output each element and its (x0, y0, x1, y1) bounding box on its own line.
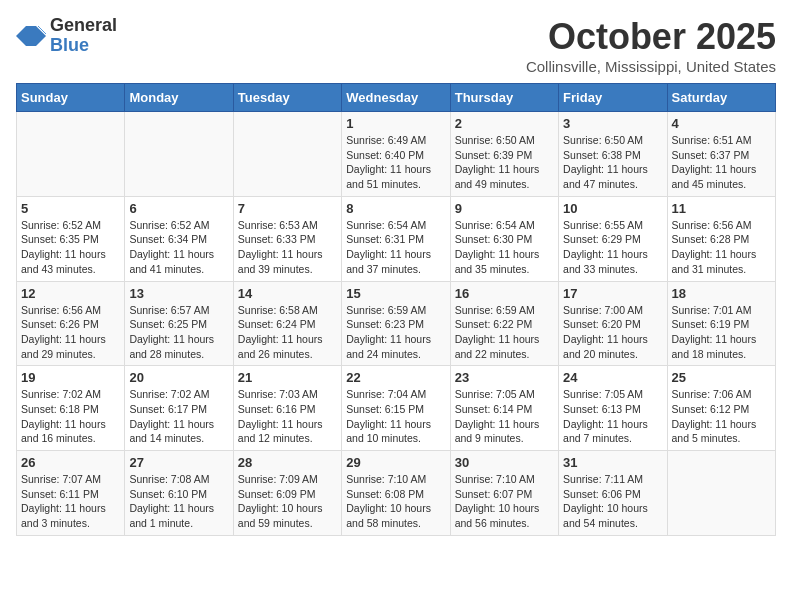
day-number: 23 (455, 370, 554, 385)
calendar-cell: 28Sunrise: 7:09 AM Sunset: 6:09 PM Dayli… (233, 451, 341, 536)
day-number: 14 (238, 286, 337, 301)
day-number: 15 (346, 286, 445, 301)
day-number: 22 (346, 370, 445, 385)
calendar-cell: 20Sunrise: 7:02 AM Sunset: 6:17 PM Dayli… (125, 366, 233, 451)
day-number: 24 (563, 370, 662, 385)
day-number: 30 (455, 455, 554, 470)
day-details: Sunrise: 6:50 AM Sunset: 6:39 PM Dayligh… (455, 133, 554, 192)
calendar-cell: 21Sunrise: 7:03 AM Sunset: 6:16 PM Dayli… (233, 366, 341, 451)
calendar-cell: 10Sunrise: 6:55 AM Sunset: 6:29 PM Dayli… (559, 196, 667, 281)
logo-general-label: General (50, 16, 117, 36)
page-header: General Blue October 2025 Collinsville, … (16, 16, 776, 75)
day-number: 26 (21, 455, 120, 470)
day-details: Sunrise: 7:05 AM Sunset: 6:13 PM Dayligh… (563, 387, 662, 446)
day-details: Sunrise: 6:50 AM Sunset: 6:38 PM Dayligh… (563, 133, 662, 192)
calendar-week-2: 5Sunrise: 6:52 AM Sunset: 6:35 PM Daylig… (17, 196, 776, 281)
calendar-cell: 29Sunrise: 7:10 AM Sunset: 6:08 PM Dayli… (342, 451, 450, 536)
day-details: Sunrise: 6:56 AM Sunset: 6:28 PM Dayligh… (672, 218, 771, 277)
logo-icon (16, 21, 46, 51)
calendar-cell: 8Sunrise: 6:54 AM Sunset: 6:31 PM Daylig… (342, 196, 450, 281)
day-details: Sunrise: 6:59 AM Sunset: 6:22 PM Dayligh… (455, 303, 554, 362)
day-details: Sunrise: 6:54 AM Sunset: 6:31 PM Dayligh… (346, 218, 445, 277)
day-number: 8 (346, 201, 445, 216)
calendar-cell: 16Sunrise: 6:59 AM Sunset: 6:22 PM Dayli… (450, 281, 558, 366)
calendar-week-1: 1Sunrise: 6:49 AM Sunset: 6:40 PM Daylig… (17, 112, 776, 197)
day-details: Sunrise: 7:01 AM Sunset: 6:19 PM Dayligh… (672, 303, 771, 362)
day-details: Sunrise: 7:04 AM Sunset: 6:15 PM Dayligh… (346, 387, 445, 446)
day-details: Sunrise: 6:51 AM Sunset: 6:37 PM Dayligh… (672, 133, 771, 192)
day-number: 3 (563, 116, 662, 131)
day-number: 4 (672, 116, 771, 131)
day-details: Sunrise: 6:53 AM Sunset: 6:33 PM Dayligh… (238, 218, 337, 277)
calendar-cell: 31Sunrise: 7:11 AM Sunset: 6:06 PM Dayli… (559, 451, 667, 536)
calendar-cell: 12Sunrise: 6:56 AM Sunset: 6:26 PM Dayli… (17, 281, 125, 366)
calendar-cell (125, 112, 233, 197)
day-number: 9 (455, 201, 554, 216)
calendar-cell: 25Sunrise: 7:06 AM Sunset: 6:12 PM Dayli… (667, 366, 775, 451)
day-number: 12 (21, 286, 120, 301)
day-details: Sunrise: 7:09 AM Sunset: 6:09 PM Dayligh… (238, 472, 337, 531)
calendar-cell: 6Sunrise: 6:52 AM Sunset: 6:34 PM Daylig… (125, 196, 233, 281)
logo: General Blue (16, 16, 117, 56)
day-number: 28 (238, 455, 337, 470)
day-number: 5 (21, 201, 120, 216)
day-details: Sunrise: 7:05 AM Sunset: 6:14 PM Dayligh… (455, 387, 554, 446)
month-title: October 2025 (526, 16, 776, 58)
calendar-cell: 9Sunrise: 6:54 AM Sunset: 6:30 PM Daylig… (450, 196, 558, 281)
day-details: Sunrise: 6:59 AM Sunset: 6:23 PM Dayligh… (346, 303, 445, 362)
calendar-cell: 27Sunrise: 7:08 AM Sunset: 6:10 PM Dayli… (125, 451, 233, 536)
col-thursday: Thursday (450, 84, 558, 112)
day-number: 7 (238, 201, 337, 216)
day-details: Sunrise: 6:49 AM Sunset: 6:40 PM Dayligh… (346, 133, 445, 192)
calendar-header: Sunday Monday Tuesday Wednesday Thursday… (17, 84, 776, 112)
calendar-cell: 7Sunrise: 6:53 AM Sunset: 6:33 PM Daylig… (233, 196, 341, 281)
title-block: October 2025 Collinsville, Mississippi, … (526, 16, 776, 75)
calendar-cell: 3Sunrise: 6:50 AM Sunset: 6:38 PM Daylig… (559, 112, 667, 197)
day-details: Sunrise: 7:11 AM Sunset: 6:06 PM Dayligh… (563, 472, 662, 531)
day-details: Sunrise: 7:10 AM Sunset: 6:08 PM Dayligh… (346, 472, 445, 531)
day-details: Sunrise: 7:03 AM Sunset: 6:16 PM Dayligh… (238, 387, 337, 446)
day-number: 21 (238, 370, 337, 385)
day-number: 19 (21, 370, 120, 385)
col-sunday: Sunday (17, 84, 125, 112)
calendar-cell: 23Sunrise: 7:05 AM Sunset: 6:14 PM Dayli… (450, 366, 558, 451)
calendar-cell: 19Sunrise: 7:02 AM Sunset: 6:18 PM Dayli… (17, 366, 125, 451)
calendar-cell: 17Sunrise: 7:00 AM Sunset: 6:20 PM Dayli… (559, 281, 667, 366)
day-number: 2 (455, 116, 554, 131)
calendar-cell: 14Sunrise: 6:58 AM Sunset: 6:24 PM Dayli… (233, 281, 341, 366)
calendar-cell: 1Sunrise: 6:49 AM Sunset: 6:40 PM Daylig… (342, 112, 450, 197)
col-friday: Friday (559, 84, 667, 112)
day-details: Sunrise: 6:52 AM Sunset: 6:34 PM Dayligh… (129, 218, 228, 277)
calendar-cell: 4Sunrise: 6:51 AM Sunset: 6:37 PM Daylig… (667, 112, 775, 197)
day-details: Sunrise: 6:55 AM Sunset: 6:29 PM Dayligh… (563, 218, 662, 277)
day-details: Sunrise: 6:56 AM Sunset: 6:26 PM Dayligh… (21, 303, 120, 362)
calendar-cell (17, 112, 125, 197)
calendar-cell: 15Sunrise: 6:59 AM Sunset: 6:23 PM Dayli… (342, 281, 450, 366)
header-row: Sunday Monday Tuesday Wednesday Thursday… (17, 84, 776, 112)
col-tuesday: Tuesday (233, 84, 341, 112)
calendar-cell: 11Sunrise: 6:56 AM Sunset: 6:28 PM Dayli… (667, 196, 775, 281)
calendar-week-4: 19Sunrise: 7:02 AM Sunset: 6:18 PM Dayli… (17, 366, 776, 451)
calendar-cell: 30Sunrise: 7:10 AM Sunset: 6:07 PM Dayli… (450, 451, 558, 536)
day-details: Sunrise: 7:00 AM Sunset: 6:20 PM Dayligh… (563, 303, 662, 362)
calendar-cell (233, 112, 341, 197)
day-number: 31 (563, 455, 662, 470)
day-details: Sunrise: 7:06 AM Sunset: 6:12 PM Dayligh… (672, 387, 771, 446)
logo-text: General Blue (50, 16, 117, 56)
day-details: Sunrise: 7:02 AM Sunset: 6:17 PM Dayligh… (129, 387, 228, 446)
day-number: 10 (563, 201, 662, 216)
day-number: 13 (129, 286, 228, 301)
calendar-cell: 2Sunrise: 6:50 AM Sunset: 6:39 PM Daylig… (450, 112, 558, 197)
calendar-cell: 26Sunrise: 7:07 AM Sunset: 6:11 PM Dayli… (17, 451, 125, 536)
calendar-table: Sunday Monday Tuesday Wednesday Thursday… (16, 83, 776, 536)
location-label: Collinsville, Mississippi, United States (526, 58, 776, 75)
day-number: 20 (129, 370, 228, 385)
calendar-cell: 13Sunrise: 6:57 AM Sunset: 6:25 PM Dayli… (125, 281, 233, 366)
day-details: Sunrise: 7:10 AM Sunset: 6:07 PM Dayligh… (455, 472, 554, 531)
day-details: Sunrise: 6:52 AM Sunset: 6:35 PM Dayligh… (21, 218, 120, 277)
day-details: Sunrise: 7:07 AM Sunset: 6:11 PM Dayligh… (21, 472, 120, 531)
day-details: Sunrise: 6:58 AM Sunset: 6:24 PM Dayligh… (238, 303, 337, 362)
day-number: 6 (129, 201, 228, 216)
col-saturday: Saturday (667, 84, 775, 112)
logo-blue-label: Blue (50, 36, 117, 56)
